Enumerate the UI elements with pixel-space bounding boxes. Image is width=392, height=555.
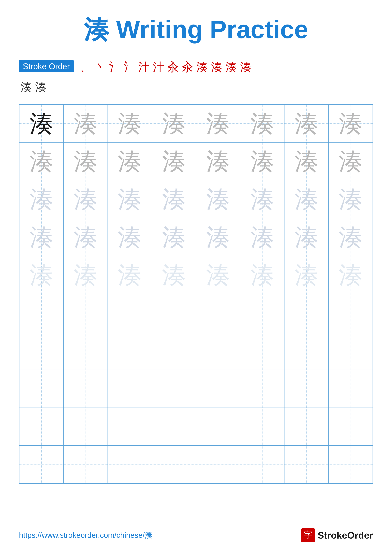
grid-cell-r3c3[interactable]: 湊 bbox=[108, 180, 152, 218]
grid-cell-r5c1[interactable]: 湊 bbox=[19, 256, 64, 294]
grid-cell-r6c4[interactable] bbox=[152, 294, 196, 332]
grid-cell-r5c2[interactable]: 湊 bbox=[64, 256, 107, 294]
grid-cell-r3c2[interactable]: 湊 bbox=[64, 180, 107, 218]
grid-cell-r6c7[interactable] bbox=[284, 294, 328, 332]
grid-cell-r10c2[interactable] bbox=[64, 445, 107, 483]
grid-cell-r5c8[interactable]: 湊 bbox=[328, 256, 373, 294]
grid-cell-r8c3[interactable] bbox=[108, 370, 152, 408]
grid-cell-r2c5[interactable]: 湊 bbox=[196, 142, 240, 180]
grid-cell-r6c2[interactable] bbox=[64, 294, 107, 332]
practice-char: 湊 bbox=[250, 187, 274, 211]
grid-cell-r7c5[interactable] bbox=[196, 332, 240, 370]
grid-cell-r4c2[interactable]: 湊 bbox=[64, 218, 107, 256]
grid-cell-r7c7[interactable] bbox=[284, 332, 328, 370]
grid-cell-r2c8[interactable]: 湊 bbox=[328, 142, 373, 180]
grid-cell-r9c7[interactable] bbox=[284, 408, 328, 446]
grid-cell-r7c8[interactable] bbox=[328, 332, 373, 370]
grid-cell-r9c5[interactable] bbox=[196, 408, 240, 446]
grid-cell-r1c8[interactable]: 湊 bbox=[328, 104, 373, 142]
practice-char: 湊 bbox=[206, 263, 230, 287]
grid-cell-r6c1[interactable] bbox=[19, 294, 64, 332]
grid-cell-r6c6[interactable] bbox=[240, 294, 284, 332]
grid-cell-r7c1[interactable] bbox=[19, 332, 64, 370]
grid-cell-r5c4[interactable]: 湊 bbox=[152, 256, 196, 294]
stroke-6: 汁 bbox=[153, 59, 164, 75]
grid-cell-r2c7[interactable]: 湊 bbox=[284, 142, 328, 180]
grid-cell-r4c8[interactable]: 湊 bbox=[328, 218, 373, 256]
grid-cell-r10c5[interactable] bbox=[196, 445, 240, 483]
grid-cell-r1c4[interactable]: 湊 bbox=[152, 104, 196, 142]
grid-cell-r1c6[interactable]: 湊 bbox=[240, 104, 284, 142]
grid-cell-r5c5[interactable]: 湊 bbox=[196, 256, 240, 294]
grid-cell-r10c7[interactable] bbox=[284, 445, 328, 483]
practice-char: 湊 bbox=[74, 149, 97, 173]
grid-cell-r9c4[interactable] bbox=[152, 408, 196, 446]
grid-cell-r1c7[interactable]: 湊 bbox=[284, 104, 328, 142]
practice-char: 湊 bbox=[206, 225, 230, 249]
grid-cell-r8c4[interactable] bbox=[152, 370, 196, 408]
grid-cell-r10c1[interactable] bbox=[19, 445, 64, 483]
practice-char: 湊 bbox=[162, 187, 186, 211]
grid-cell-r10c8[interactable] bbox=[328, 445, 373, 483]
grid-cell-r3c4[interactable]: 湊 bbox=[152, 180, 196, 218]
grid-cell-r6c3[interactable] bbox=[108, 294, 152, 332]
grid-cell-r10c3[interactable] bbox=[108, 445, 152, 483]
footer-url[interactable]: https://www.strokeorder.com/chinese/湊 bbox=[19, 530, 152, 540]
grid-cell-r7c6[interactable] bbox=[240, 332, 284, 370]
grid-cell-r2c4[interactable]: 湊 bbox=[152, 142, 196, 180]
grid-cell-r4c6[interactable]: 湊 bbox=[240, 218, 284, 256]
stroke-11: 湊 bbox=[226, 59, 237, 75]
grid-cell-r8c6[interactable] bbox=[240, 370, 284, 408]
practice-char: 湊 bbox=[74, 225, 97, 249]
grid-cell-r1c2[interactable]: 湊 bbox=[64, 104, 107, 142]
grid-cell-r5c6[interactable]: 湊 bbox=[240, 256, 284, 294]
grid-cell-r2c2[interactable]: 湊 bbox=[64, 142, 107, 180]
grid-cell-r9c3[interactable] bbox=[108, 408, 152, 446]
grid-cell-r8c8[interactable] bbox=[328, 370, 373, 408]
grid-cell-r9c1[interactable] bbox=[19, 408, 64, 446]
grid-cell-r9c8[interactable] bbox=[328, 408, 373, 446]
grid-cell-r9c2[interactable] bbox=[64, 408, 107, 446]
grid-cell-r3c6[interactable]: 湊 bbox=[240, 180, 284, 218]
practice-char: 湊 bbox=[74, 187, 97, 211]
stroke-10: 湊 bbox=[211, 59, 222, 75]
grid-cell-r3c1[interactable]: 湊 bbox=[19, 180, 64, 218]
grid-cell-r9c6[interactable] bbox=[240, 408, 284, 446]
grid-cell-r2c1[interactable]: 湊 bbox=[19, 142, 64, 180]
practice-char: 湊 bbox=[29, 225, 53, 249]
grid-cell-r4c4[interactable]: 湊 bbox=[152, 218, 196, 256]
grid-cell-r2c6[interactable]: 湊 bbox=[240, 142, 284, 180]
grid-cell-r3c5[interactable]: 湊 bbox=[196, 180, 240, 218]
grid-cell-r10c6[interactable] bbox=[240, 445, 284, 483]
grid-cell-r7c2[interactable] bbox=[64, 332, 107, 370]
grid-cell-r7c3[interactable] bbox=[108, 332, 152, 370]
grid-cell-r8c1[interactable] bbox=[19, 370, 64, 408]
practice-char: 湊 bbox=[206, 111, 230, 135]
grid-cell-r8c5[interactable] bbox=[196, 370, 240, 408]
practice-char: 湊 bbox=[295, 149, 318, 173]
grid-cell-r3c8[interactable]: 湊 bbox=[328, 180, 373, 218]
grid-cell-r7c4[interactable] bbox=[152, 332, 196, 370]
grid-cell-r4c1[interactable]: 湊 bbox=[19, 218, 64, 256]
title-chinese-char: 湊 bbox=[84, 15, 109, 44]
grid-cell-r6c5[interactable] bbox=[196, 294, 240, 332]
grid-cell-r4c3[interactable]: 湊 bbox=[108, 218, 152, 256]
title-english: Writing Practice bbox=[116, 15, 308, 44]
practice-char: 湊 bbox=[206, 149, 230, 173]
grid-cell-r2c3[interactable]: 湊 bbox=[108, 142, 152, 180]
grid-cell-r5c7[interactable]: 湊 bbox=[284, 256, 328, 294]
grid-cell-r1c5[interactable]: 湊 bbox=[196, 104, 240, 142]
grid-cell-r1c3[interactable]: 湊 bbox=[108, 104, 152, 142]
grid-cell-r4c7[interactable]: 湊 bbox=[284, 218, 328, 256]
stroke-3: 氵 bbox=[109, 59, 121, 75]
grid-cell-r10c4[interactable] bbox=[152, 445, 196, 483]
grid-cell-r4c5[interactable]: 湊 bbox=[196, 218, 240, 256]
grid-cell-r6c8[interactable] bbox=[328, 294, 373, 332]
practice-char: 湊 bbox=[162, 149, 186, 173]
grid-cell-r3c7[interactable]: 湊 bbox=[284, 180, 328, 218]
grid-cell-r1c1[interactable]: 湊 bbox=[19, 104, 64, 142]
grid-cell-r5c3[interactable]: 湊 bbox=[108, 256, 152, 294]
grid-cell-r8c7[interactable] bbox=[284, 370, 328, 408]
grid-cell-r8c2[interactable] bbox=[64, 370, 107, 408]
stroke-9: 湊 bbox=[196, 59, 208, 75]
